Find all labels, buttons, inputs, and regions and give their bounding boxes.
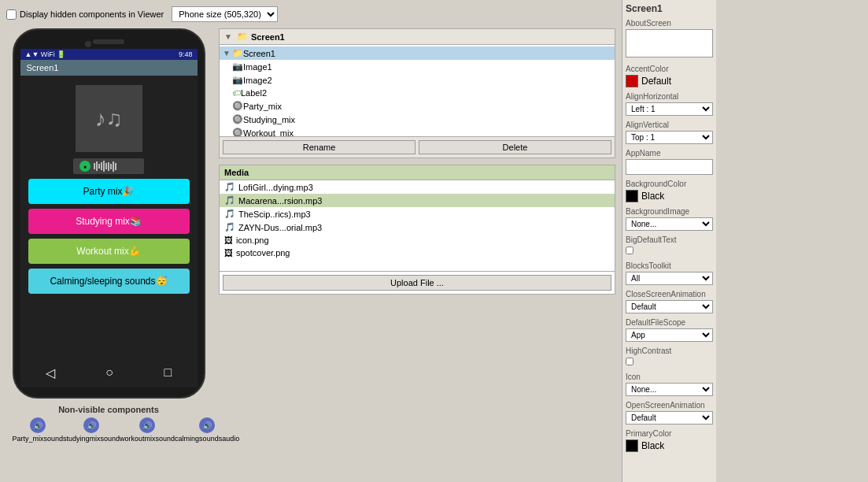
big-text-checkbox[interactable] (626, 247, 633, 254)
tree-studying-icon: 🔘 (232, 114, 243, 124)
media-lofi-label: LofiGirl...dying.mp3 (238, 183, 313, 192)
tree-panel: ▼ 📁 Screen1 ▼ 📁 Screen1 📷 Image1 (219, 28, 615, 158)
hidden-components-checkbox[interactable] (6, 9, 17, 20)
status-icons: ▲▼ WiFi 🔋 (25, 50, 66, 58)
accent-color-text: Default (641, 76, 671, 87)
tree-label2-icon: 🏷 (232, 88, 241, 98)
nv-item-studying: 🔊 studyingmixsound (63, 417, 120, 443)
prop-high-contrast: HighContrast (626, 347, 713, 368)
close-anim-select[interactable]: Default (626, 300, 713, 313)
hidden-components-text: Display hidden components in Viewer (20, 9, 164, 19)
primary-color-text: Black (641, 440, 664, 451)
tree-header-label: Screen1 (251, 32, 285, 42)
prop-background-image: BackgroundImage None... (626, 207, 713, 231)
nv-party-icon: 🔊 (30, 417, 46, 433)
bg-image-select[interactable]: None... (626, 217, 713, 231)
bg-color-label: BackgroundColor (626, 180, 713, 188)
align-h-select[interactable]: Left : 1 (626, 102, 713, 116)
props-title: Screen1 (626, 3, 713, 14)
media-audio-icon: 🎵 (224, 182, 235, 192)
prop-blocks-toolkit: BlocksToolkit All (626, 261, 713, 285)
phone-container: ▲▼ WiFi 🔋 9:48 Screen1 ♪♫ ● (6, 28, 211, 476)
tree-party-mix-icon: 🔘 (232, 101, 243, 111)
tree-workout-icon: 🔘 (232, 128, 243, 136)
file-scope-select[interactable]: App (626, 328, 713, 342)
about-screen-input[interactable] (626, 29, 713, 57)
tree-item-image1[interactable]: 📷 Image1 (220, 60, 615, 73)
media-item-script[interactable]: 🎵 TheScip..rics).mp3 (220, 207, 615, 221)
media-item-spotcover[interactable]: 🖼 spotcover.png (220, 247, 615, 259)
workout-mix-button[interactable]: Workout mix💪 (28, 239, 190, 264)
media-item-zayn[interactable]: 🎵 ZAYN-Dus...orial.mp3 (220, 221, 615, 234)
waveform-bar (108, 162, 109, 171)
calming-sounds-button[interactable]: Calming/sleeping sounds😴 (28, 269, 190, 294)
media-script-label: TheScip..rics).mp3 (238, 209, 311, 219)
hidden-components-label[interactable]: Display hidden components in Viewer (6, 9, 164, 20)
prop-open-animation: OpenScreenAnimation Default (626, 401, 713, 425)
prop-background-color: BackgroundColor Black (626, 180, 713, 202)
tree-header: ▼ 📁 Screen1 (220, 29, 615, 45)
phone-camera (85, 41, 91, 47)
media-audio-icon: 🎵 (224, 222, 235, 232)
waveform-bar (98, 164, 100, 169)
tree-item-workout-mix[interactable]: 🔘 Workout_mix (220, 126, 615, 136)
icon-label: Icon (626, 373, 713, 381)
high-contrast-checkbox[interactable] (626, 358, 633, 365)
bg-color-value[interactable]: Black (626, 190, 713, 202)
tree-item-screen1[interactable]: ▼ 📁 Screen1 (220, 46, 615, 60)
party-mix-button[interactable]: Party mix🎉 (28, 179, 190, 204)
tree-item-image2[interactable]: 📷 Image2 (220, 73, 615, 87)
prop-default-file-scope: DefaultFileScope App (626, 318, 713, 342)
accent-color-swatch (626, 75, 638, 87)
icon-select[interactable]: None... (626, 383, 713, 396)
tree-party-mix-label: Party_mix (243, 102, 282, 111)
nv-studying-label: studyingmixsound (63, 435, 120, 443)
phone-size-select[interactable]: Phone size (505,320) (172, 6, 278, 22)
prop-big-default-text: BigDefaultText (626, 235, 713, 257)
non-visible-label: Non-visible components (13, 405, 205, 414)
nv-party-label: Party_mixsound (13, 435, 64, 443)
tree-screen1-collapse: ▼ (223, 49, 231, 57)
app-name-label: AppName (626, 149, 713, 158)
bg-image-label: BackgroundImage (626, 207, 713, 216)
tree-collapse-icon[interactable]: ▼ (224, 32, 232, 41)
media-item-lofi[interactable]: 🎵 LofiGirl...dying.mp3 (220, 180, 615, 194)
prop-align-vertical: AlignVertical Top : 1 (626, 120, 713, 144)
phone-title-bar: Screen1 (20, 60, 198, 76)
align-v-label: AlignVertical (626, 120, 713, 129)
bg-color-swatch (626, 190, 638, 202)
rename-button[interactable]: Rename (223, 140, 416, 154)
app-name-input[interactable] (626, 159, 713, 175)
align-v-select[interactable]: Top : 1 (626, 131, 713, 144)
tree-item-label2[interactable]: 🏷 Label2 (220, 87, 615, 99)
phone-nav: ◁ ○ □ (20, 358, 198, 387)
media-image-icon: 🖼 (224, 235, 233, 245)
upload-file-button[interactable]: Upload File ... (223, 275, 611, 291)
nv-item-party: 🔊 Party_mixsound (13, 417, 64, 443)
tree-item-studying-mix[interactable]: 🔘 Studying_mix (220, 113, 615, 126)
waveform-bar (105, 163, 107, 169)
nv-item-workout: 🔊 workoutmixsound (120, 417, 175, 443)
media-item-icon-png[interactable]: 🖼 icon.png (220, 234, 615, 247)
waveform-bar (96, 161, 98, 171)
primary-color-swatch (626, 439, 638, 452)
media-item-macarena[interactable]: 🎵 Macarena...rsion.mp3 (220, 194, 615, 207)
nv-workout-icon: 🔊 (139, 417, 155, 433)
tree-and-media: ▼ 📁 Screen1 ▼ 📁 Screen1 📷 Image1 (219, 28, 615, 476)
primary-color-value[interactable]: Black (626, 439, 713, 452)
tree-item-party-mix[interactable]: 🔘 Party_mix (220, 99, 615, 113)
tree-image1-icon: 📷 (232, 61, 243, 72)
delete-button[interactable]: Delete (419, 140, 611, 154)
media-audio-icon: 🎵 (224, 209, 235, 219)
open-anim-select[interactable]: Default (626, 411, 713, 425)
accent-color-label: AccentColor (626, 65, 713, 73)
accent-color-value[interactable]: Default (626, 75, 713, 87)
waveform-bar (113, 161, 114, 172)
nav-recent-icon[interactable]: □ (164, 365, 172, 380)
nv-studying-icon: 🔊 (83, 417, 99, 433)
nav-back-icon[interactable]: ◁ (46, 365, 55, 380)
studying-mix-button[interactable]: Studying mix📚 (28, 209, 190, 234)
tree-actions: Rename Delete (220, 136, 615, 158)
nav-home-icon[interactable]: ○ (105, 365, 113, 380)
blocks-toolkit-select[interactable]: All (626, 272, 713, 285)
